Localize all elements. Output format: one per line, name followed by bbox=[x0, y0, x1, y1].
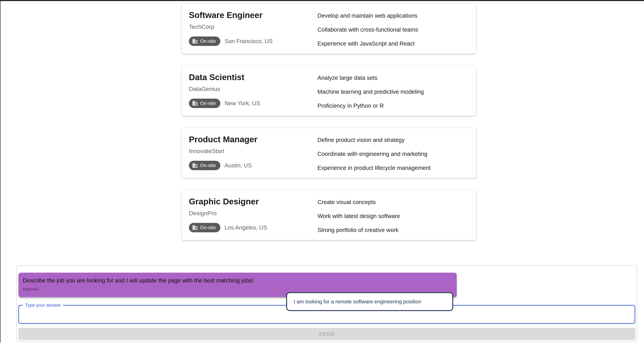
job-location: Austin, US bbox=[224, 162, 252, 169]
job-meta: On-site Los Angeles, US bbox=[189, 223, 318, 232]
ai-message-text: Describe the job you are looking for and… bbox=[23, 277, 457, 284]
job-company: TechCorp bbox=[189, 23, 318, 30]
job-location: Los Angeles, US bbox=[224, 224, 267, 231]
job-card-info: Data Scientist DataGenius On-site New Yo… bbox=[189, 72, 318, 116]
job-meta: On-site Austin, US bbox=[189, 161, 318, 170]
building-icon bbox=[192, 162, 198, 168]
work-mode-badge: On-site bbox=[189, 161, 220, 170]
job-requirement: Analyze large data sets bbox=[318, 75, 468, 81]
left-border-line bbox=[0, 1, 0, 343]
answer-input-label: Type your answer bbox=[23, 302, 63, 308]
building-icon bbox=[192, 38, 198, 44]
job-requirement: Define product vision and strategy bbox=[318, 137, 468, 143]
job-requirement: Machine learning and predictive modeling bbox=[318, 89, 468, 95]
job-company: DesignPro bbox=[189, 210, 318, 217]
job-card: Product Manager InnovateStart On-site Au… bbox=[182, 128, 476, 178]
job-requirement: Experience with JavaScript and React bbox=[318, 41, 468, 46]
job-list: Software Engineer TechCorp On-site San F… bbox=[182, 3, 476, 240]
job-title: Product Manager bbox=[189, 135, 318, 144]
job-meta: On-site New York, US bbox=[189, 99, 318, 108]
job-company: InnovateStart bbox=[189, 148, 318, 154]
work-mode-badge: On-site bbox=[189, 223, 220, 232]
job-requirements: Develop and maintain web applications Co… bbox=[318, 10, 468, 53]
job-card-info: Software Engineer TechCorp On-site San F… bbox=[189, 10, 318, 53]
job-title: Software Engineer bbox=[189, 10, 318, 20]
work-mode-label: On-site bbox=[200, 163, 216, 168]
job-company: DataGenius bbox=[189, 85, 318, 92]
job-location: New York, US bbox=[224, 100, 260, 107]
job-requirement: Strong portfolio of creative work bbox=[318, 227, 468, 233]
job-title: Graphic Designer bbox=[189, 197, 318, 206]
job-title: Data Scientist bbox=[189, 72, 318, 82]
job-requirement: Experience in product lifecycle manageme… bbox=[318, 165, 468, 171]
job-requirement: Collaborate with cross-functional teams bbox=[318, 27, 468, 32]
top-border-line bbox=[0, 0, 644, 1]
work-mode-label: On-site bbox=[200, 225, 216, 230]
job-requirements: Create visual concepts Work with latest … bbox=[318, 197, 468, 240]
job-card: Software Engineer TechCorp On-site San F… bbox=[182, 3, 476, 54]
job-requirement: Coordinate with engineering and marketin… bbox=[318, 151, 468, 157]
send-button[interactable]: SEND bbox=[18, 328, 635, 340]
page: Software Engineer TechCorp On-site San F… bbox=[0, 0, 644, 347]
job-card: Data Scientist DataGenius On-site New Yo… bbox=[182, 66, 476, 116]
user-message-bubble: I am looking for a remote software engin… bbox=[286, 292, 453, 311]
job-location: San Francisco, US bbox=[224, 38, 272, 44]
work-mode-label: On-site bbox=[200, 39, 216, 44]
chat-panel: Describe the job you are looking for and… bbox=[16, 265, 637, 342]
job-card: Graphic Designer DesignPro On-site Los A… bbox=[182, 190, 476, 240]
job-requirement: Develop and maintain web applications bbox=[318, 13, 468, 18]
building-icon bbox=[192, 100, 198, 106]
job-requirement: Proficiency in Python or R bbox=[318, 103, 468, 109]
job-card-info: Product Manager InnovateStart On-site Au… bbox=[189, 135, 318, 178]
job-requirement: Create visual concepts bbox=[318, 199, 468, 205]
job-requirements: Analyze large data sets Machine learning… bbox=[318, 72, 468, 116]
work-mode-badge: On-site bbox=[189, 99, 220, 108]
user-message-text: I am looking for a remote software engin… bbox=[294, 299, 421, 305]
job-card-info: Graphic Designer DesignPro On-site Los A… bbox=[189, 197, 318, 240]
job-requirement: Work with latest design software bbox=[318, 213, 468, 219]
ai-message-sender: HelmiAI bbox=[23, 287, 457, 292]
job-meta: On-site San Francisco, US bbox=[189, 36, 318, 46]
building-icon bbox=[192, 225, 198, 231]
work-mode-label: On-site bbox=[200, 101, 216, 106]
work-mode-badge: On-site bbox=[189, 36, 220, 46]
job-requirements: Define product vision and strategy Coord… bbox=[318, 135, 468, 178]
